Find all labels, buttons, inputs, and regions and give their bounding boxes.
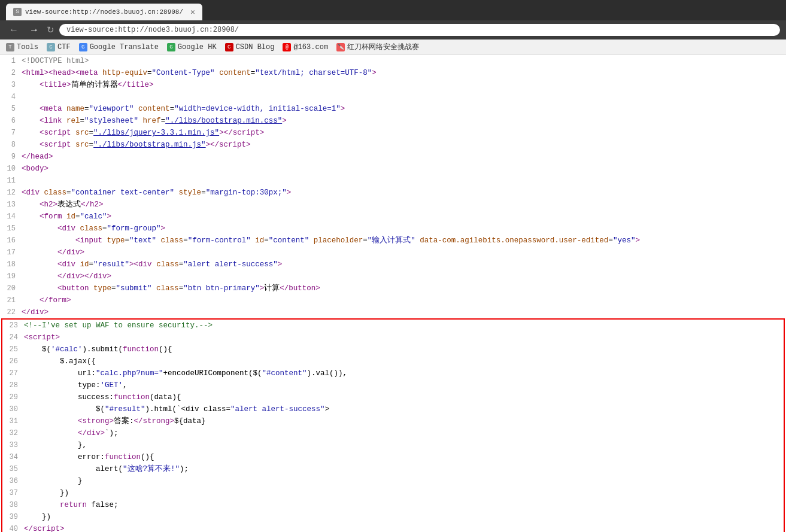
code-content: $("#result").html(`<div class="alert ale… (24, 403, 784, 415)
line-number: 11 (0, 175, 22, 187)
source-view: 1<!DOCTYPE html>2<html><head><meta http-… (0, 55, 786, 532)
highlighted-code-line: 32 </div>`); (2, 427, 784, 439)
csdn-icon: C (225, 43, 233, 51)
line-number: 13 (0, 199, 22, 211)
code-line: 8 <script src="./libs/bootstrap.min.js">… (0, 139, 786, 151)
code-line: 17 </div> (0, 247, 786, 259)
bookmark-ctf[interactable]: C CTF (47, 43, 71, 51)
bookmark-csdn[interactable]: C CSDN Blog (225, 43, 275, 51)
line-number: 14 (0, 211, 22, 223)
code-line: 1<!DOCTYPE html> (0, 55, 786, 67)
highlighted-code-line: 37 }) (2, 487, 784, 499)
line-number: 12 (0, 187, 22, 199)
code-content: } (24, 475, 784, 487)
code-content: <body> (22, 163, 786, 175)
code-content: return false; (24, 499, 784, 511)
code-content: url:"calc.php?num="+encodeURIComponent($… (24, 367, 784, 379)
highlighted-code-line: 38 return false; (2, 499, 784, 511)
line-number: 3 (0, 79, 22, 91)
bookmark-contest[interactable]: 🔪 红刀杯网络安全挑战赛 (336, 42, 419, 52)
nav-bar: ← → ↻ view-source:http://node3.buuoj.cn:… (0, 20, 786, 39)
tab-favicon: S (13, 8, 22, 16)
code-content: </head> (22, 151, 786, 163)
highlighted-code-line: 35 alert("这啥?算不来!"); (2, 463, 784, 475)
code-line: 2<html><head><meta http-equiv="Content-T… (0, 67, 786, 79)
tab-bar: S view-source:http://node3.buuoj.cn:2890… (0, 0, 786, 20)
code-content: </script> (24, 523, 784, 532)
line-number: 26 (2, 355, 24, 367)
code-line: 6 <link rel="stylesheet" href="./libs/bo… (0, 115, 786, 127)
back-button[interactable]: ← (6, 23, 22, 37)
highlighted-code-line: 29 success:function(data){ (2, 391, 784, 403)
code-content: </div>`); (24, 427, 784, 439)
bookmark-ctf-label: CTF (57, 43, 71, 51)
line-number: 38 (2, 499, 24, 511)
bookmark-google-translate[interactable]: G Google Translate (79, 43, 159, 51)
bookmark-163[interactable]: @ @163.com (283, 43, 328, 51)
code-line: 3 <title>简单的计算器</title> (0, 79, 786, 91)
line-number: 6 (0, 115, 22, 127)
highlighted-code-line: 27 url:"calc.php?num="+encodeURIComponen… (2, 367, 784, 379)
line-number: 1 (0, 55, 22, 67)
line-number: 24 (2, 332, 24, 343)
code-content: alert("这啥?算不来!"); (24, 463, 784, 475)
code-content: <button type="submit" class="btn btn-pri… (22, 282, 786, 294)
code-content: <strong>答案:</strong>${data} (24, 415, 784, 427)
forward-button[interactable]: → (26, 23, 42, 37)
highlighted-code-line: 25 $('#calc').submit(function(){ (2, 343, 784, 355)
code-container: 1<!DOCTYPE html>2<html><head><meta http-… (0, 55, 786, 318)
line-number: 19 (0, 270, 22, 282)
line-number: 22 (0, 306, 22, 318)
code-content: <!DOCTYPE html> (22, 55, 786, 67)
code-content: <script> (24, 332, 784, 343)
line-number: 9 (0, 151, 22, 163)
line-number: 4 (0, 91, 22, 103)
tab-label: view-source:http://node3.buuoj.cn:28908/ (25, 8, 183, 16)
code-content: <!--I've set up WAF to ensure security.-… (24, 320, 784, 332)
code-content: <div class="form-group"> (22, 223, 786, 235)
code-line: 16 <input type="text" class="form-contro… (0, 235, 786, 247)
highlighted-code-line: 26 $.ajax({ (2, 355, 784, 367)
line-number: 2 (0, 67, 22, 79)
code-content: <div class="container text-center" style… (22, 187, 786, 199)
highlighted-code-line: 24<script> (2, 332, 784, 343)
code-content: success:function(data){ (24, 391, 784, 403)
code-line: 4 (0, 91, 786, 103)
tab-close-icon[interactable]: ✕ (190, 7, 195, 17)
163-icon: @ (283, 43, 291, 51)
code-content: $.ajax({ (24, 355, 784, 367)
code-line: 22</div> (0, 306, 786, 318)
code-content: <input type="text" class="form-control" … (22, 235, 786, 247)
highlighted-code-line: 36 } (2, 475, 784, 487)
tools-icon: T (6, 43, 14, 51)
code-content: }) (24, 511, 784, 523)
code-content: </div> (22, 306, 786, 318)
bookmark-csdn-label: CSDN Blog (236, 43, 275, 51)
highlighted-block: 23<!--I've set up WAF to ensure security… (1, 318, 785, 532)
bookmarks-bar: T Tools C CTF G Google Translate G Googl… (0, 39, 786, 55)
line-number: 17 (0, 247, 22, 259)
code-content: }, (24, 439, 784, 451)
code-content: <link rel="stylesheet" href="./libs/boot… (22, 115, 786, 127)
highlighted-code-line: 40</script> (2, 523, 784, 532)
code-line: 15 <div class="form-group"> (0, 223, 786, 235)
highlighted-code-line: 30 $("#result").html(`<div class="alert … (2, 403, 784, 415)
bookmark-google-hk-label: Google HK (178, 43, 217, 51)
address-bar[interactable]: view-source:http://node3.buuoj.cn:28908/ (59, 24, 780, 36)
code-content: <form id="calc"> (22, 211, 786, 223)
line-number: 5 (0, 103, 22, 115)
code-line: 7 <script src="./libs/jquery-3.3.1.min.j… (0, 127, 786, 139)
code-line: 19 </div></div> (0, 270, 786, 282)
line-number: 10 (0, 163, 22, 175)
code-content: <meta name="viewport" content="width=dev… (22, 103, 786, 115)
active-tab[interactable]: S view-source:http://node3.buuoj.cn:2890… (6, 4, 202, 20)
bookmark-tools[interactable]: T Tools (6, 43, 38, 51)
code-line: 13 <h2>表达式</h2> (0, 199, 786, 211)
line-number: 25 (2, 343, 24, 355)
code-content: </form> (22, 294, 786, 306)
code-content: }) (24, 487, 784, 499)
bookmark-google-hk[interactable]: G Google HK (167, 43, 217, 51)
reload-button[interactable]: ↻ (47, 25, 54, 35)
code-line: 12<div class="container text-center" sty… (0, 187, 786, 199)
google-hk-icon: G (167, 43, 175, 51)
